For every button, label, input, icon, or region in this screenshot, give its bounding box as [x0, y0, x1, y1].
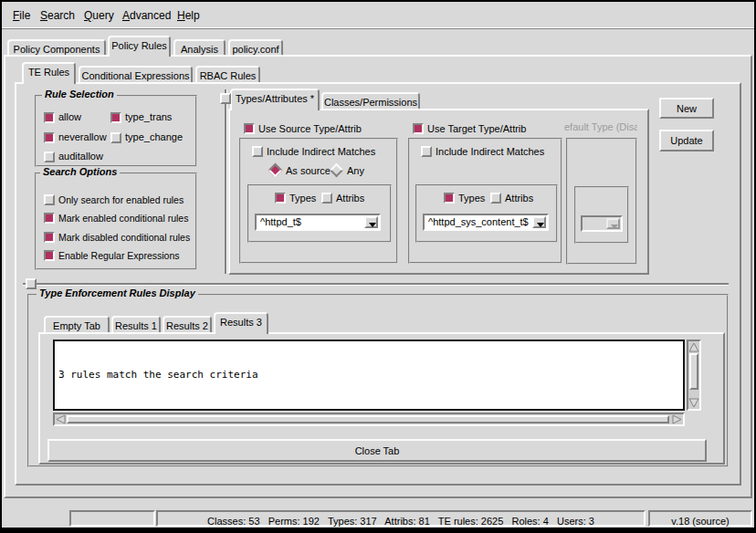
- chevron-down-icon: [611, 225, 618, 229]
- use-source-checkbox[interactable]: [244, 123, 255, 134]
- mark-enabled-checkbox[interactable]: [44, 213, 55, 224]
- horizontal-scroll-thumb[interactable]: [67, 415, 669, 423]
- use-source-label: Use Source Type/Attrib: [258, 122, 362, 135]
- target-types-checkbox[interactable]: [444, 193, 455, 204]
- use-target-label: Use Target Type/Attrib: [427, 122, 526, 135]
- regex-checkbox[interactable]: [44, 250, 55, 261]
- any-label: Any: [347, 164, 364, 177]
- default-type-label: efault Type (Disa: [564, 120, 637, 133]
- tab-classes-permissions[interactable]: Classes/Permissions: [321, 92, 420, 109]
- chevron-down-icon: [369, 223, 376, 227]
- source-attribs-checkbox[interactable]: [321, 193, 332, 204]
- source-indirect-label: Include Indirect Matches: [267, 145, 375, 158]
- type-trans-checkbox[interactable]: [110, 112, 121, 123]
- source-attribs-label: Attribs: [336, 192, 364, 204]
- vertical-sash[interactable]: [225, 89, 226, 274]
- chevron-down-icon: [537, 223, 544, 227]
- target-indirect-label: Include Indirect Matches: [436, 145, 544, 158]
- auditallow-label: auditallow: [58, 150, 103, 162]
- default-combo-arrow-button: [606, 218, 620, 229]
- target-combo-arrow-button[interactable]: [532, 216, 546, 228]
- use-target-checkbox[interactable]: [413, 123, 424, 134]
- tab-empty-tab[interactable]: Empty Tab: [44, 316, 110, 332]
- source-indirect-checkbox[interactable]: [252, 146, 263, 157]
- mark-enabled-label: Mark enabled conditional rules: [58, 212, 188, 225]
- new-button[interactable]: New: [659, 98, 714, 119]
- allow-label: allow: [58, 110, 81, 123]
- target-types-label: Types: [458, 192, 485, 204]
- source-types-checkbox[interactable]: [275, 193, 286, 204]
- neverallow-checkbox[interactable]: [44, 132, 55, 143]
- default-type-combobox-disabled: [581, 215, 623, 232]
- enabled-only-label: Only search for enabled rules: [58, 193, 184, 206]
- tab-results-3[interactable]: Results 3: [214, 312, 268, 334]
- neverallow-label: neverallow: [58, 131, 107, 143]
- source-type-value: ^httpd_t$: [260, 216, 301, 228]
- tab-results-1[interactable]: Results 1: [111, 316, 161, 332]
- horizontal-sash-handle[interactable]: [26, 278, 37, 289]
- target-type-value: ^httpd_sys_content_t$: [428, 216, 529, 228]
- close-tab-button[interactable]: Close Tab: [47, 439, 707, 462]
- mark-disabled-checkbox[interactable]: [44, 232, 55, 243]
- update-button[interactable]: Update: [659, 130, 714, 152]
- results-summary: 3 rules match the search criteria: [58, 369, 679, 381]
- allow-checkbox[interactable]: [44, 112, 55, 123]
- tab-types-attributes[interactable]: Types/Attributes *: [230, 89, 320, 110]
- regex-label: Enable Regular Expressions: [58, 249, 180, 262]
- target-indirect-checkbox[interactable]: [421, 146, 432, 157]
- results-text-area[interactable]: 3 rules match the search criteria (5822)…: [53, 340, 685, 411]
- type-change-label: type_change: [125, 131, 183, 143]
- source-types-label: Types: [289, 192, 316, 204]
- search-options-title: Search Options: [40, 166, 120, 178]
- vertical-sash-handle[interactable]: [220, 93, 231, 104]
- mark-disabled-label: Mark disabled conditional rules: [58, 231, 190, 244]
- vertical-scroll-thumb[interactable]: [689, 353, 698, 390]
- source-combo-arrow-button[interactable]: [364, 216, 378, 228]
- target-type-combobox[interactable]: ^httpd_sys_content_t$: [423, 214, 549, 231]
- horizontal-sash[interactable]: [23, 283, 729, 285]
- app-window: File Search Query Advanced Help Policy C…: [0, 0, 756, 533]
- enabled-only-checkbox[interactable]: [44, 194, 55, 205]
- results-group-title: Type Enforcement Rules Display: [37, 287, 198, 299]
- tab-results-2[interactable]: Results 2: [163, 316, 212, 332]
- scroll-left-icon[interactable]: [56, 414, 66, 424]
- results-horizontal-scrollbar[interactable]: [53, 413, 685, 426]
- as-source-label: As source: [286, 164, 331, 177]
- scroll-down-icon[interactable]: [688, 398, 699, 408]
- target-attribs-label: Attribs: [505, 192, 533, 204]
- results-vertical-scrollbar[interactable]: [687, 340, 701, 411]
- source-type-combobox[interactable]: ^httpd_t$: [255, 214, 381, 231]
- scroll-up-icon[interactable]: [688, 342, 699, 352]
- target-attribs-checkbox[interactable]: [490, 193, 501, 204]
- auditallow-checkbox[interactable]: [44, 152, 55, 162]
- type-trans-label: type_trans: [125, 110, 172, 123]
- scroll-right-icon[interactable]: [672, 414, 682, 424]
- type-change-checkbox[interactable]: [110, 132, 121, 143]
- rule-selection-title: Rule Selection: [42, 89, 117, 100]
